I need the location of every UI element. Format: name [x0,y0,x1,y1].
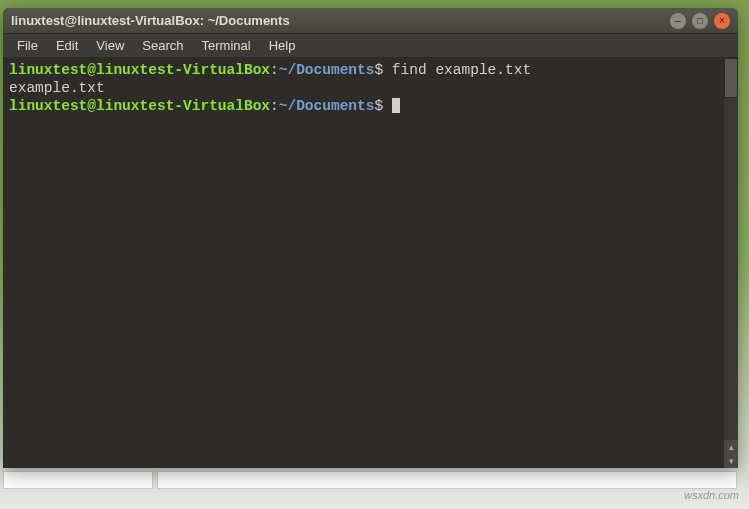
titlebar[interactable]: linuxtest@linuxtest-VirtualBox: ~/Docume… [3,8,738,34]
close-icon: × [719,16,725,26]
prompt-colon: : [270,62,279,78]
maximize-button[interactable]: □ [692,13,708,29]
menu-help[interactable]: Help [261,36,304,55]
window-controls: – □ × [670,13,730,29]
window-title: linuxtest@linuxtest-VirtualBox: ~/Docume… [11,13,670,28]
command-text [383,98,392,114]
maximize-icon: □ [697,16,703,26]
terminal-window: linuxtest@linuxtest-VirtualBox: ~/Docume… [3,8,738,468]
menu-view[interactable]: View [88,36,132,55]
scrollbar-thumb[interactable] [724,58,738,98]
prompt-path: ~/Documents [279,62,375,78]
command-text: find example.txt [383,62,531,78]
minimize-icon: – [675,16,681,26]
prompt-dollar: $ [374,62,383,78]
scrollbar[interactable]: ▴ ▾ [724,58,738,468]
close-button[interactable]: × [714,13,730,29]
menu-terminal[interactable]: Terminal [194,36,259,55]
menu-search[interactable]: Search [134,36,191,55]
menu-file[interactable]: File [9,36,46,55]
prompt-dollar: $ [374,98,383,114]
minimize-button[interactable]: – [670,13,686,29]
scroll-down-icon[interactable]: ▾ [724,454,738,468]
scrollbar-track[interactable] [724,98,738,440]
prompt-colon: : [270,98,279,114]
prompt-userhost: linuxtest@linuxtest-VirtualBox [9,62,270,78]
scroll-up-icon[interactable]: ▴ [724,440,738,454]
watermark: wsxdn.com [684,489,739,501]
terminal-container: linuxtest@linuxtest-VirtualBox:~/Documen… [3,58,738,468]
terminal-area[interactable]: linuxtest@linuxtest-VirtualBox:~/Documen… [3,58,724,468]
menubar: File Edit View Search Terminal Help [3,34,738,58]
menu-edit[interactable]: Edit [48,36,86,55]
panel-placeholder-right [157,471,737,489]
prompt-userhost: linuxtest@linuxtest-VirtualBox [9,98,270,114]
panel-placeholder-left [3,471,153,489]
output-line: example.txt [9,80,105,96]
prompt-path: ~/Documents [279,98,375,114]
cursor-block [392,98,400,113]
